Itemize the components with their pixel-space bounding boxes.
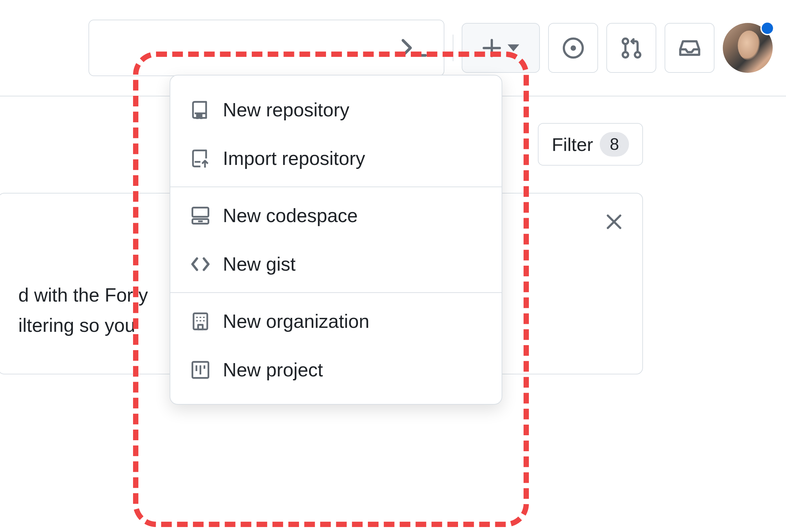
codespaces-icon: [190, 205, 210, 225]
repo-icon: [190, 100, 210, 120]
svg-point-4: [571, 45, 576, 51]
toolbar-divider: [453, 34, 454, 61]
menu-item-new-project[interactable]: New project: [170, 345, 502, 394]
chevron-down-icon: [508, 44, 519, 51]
notification-dot: [760, 21, 775, 35]
notifications-button[interactable]: [665, 23, 715, 73]
menu-item-new-repository[interactable]: New repository: [170, 86, 502, 134]
svg-point-6: [623, 52, 628, 57]
menu-divider: [170, 292, 502, 293]
menu-item-new-organization[interactable]: New organization: [170, 297, 502, 345]
menu-item-label: New codespace: [223, 204, 358, 226]
search-input-container[interactable]: [89, 20, 444, 76]
create-new-button[interactable]: [462, 23, 540, 73]
repo-push-icon: [190, 148, 210, 168]
menu-item-label: Import repository: [223, 147, 365, 169]
command-palette-icon: [400, 36, 431, 59]
inbox-icon: [679, 37, 700, 59]
menu-item-new-gist[interactable]: New gist: [170, 240, 502, 288]
issues-button[interactable]: [548, 23, 598, 73]
svg-point-7: [635, 52, 640, 57]
menu-item-label: New project: [223, 359, 323, 381]
menu-item-label: New gist: [223, 253, 296, 275]
filter-label: Filter: [552, 134, 593, 155]
pull-requests-button[interactable]: [606, 23, 656, 73]
user-avatar-wrapper: [723, 23, 773, 73]
pull-request-icon: [621, 37, 642, 59]
menu-divider: [170, 187, 502, 187]
menu-item-import-repository[interactable]: Import repository: [170, 134, 502, 183]
plus-icon: [483, 39, 501, 57]
filter-count-badge: 8: [600, 132, 629, 156]
project-icon: [190, 360, 210, 380]
svg-rect-22: [198, 324, 203, 329]
menu-item-new-codespace[interactable]: New codespace: [170, 191, 502, 240]
menu-item-label: New organization: [223, 310, 369, 332]
code-icon: [190, 254, 210, 274]
organization-icon: [190, 311, 210, 331]
svg-rect-12: [192, 208, 208, 217]
issue-icon: [562, 37, 584, 59]
create-new-dropdown: New repository Import repository New cod…: [170, 75, 502, 405]
menu-item-label: New repository: [223, 99, 349, 121]
filter-button[interactable]: Filter 8: [538, 123, 643, 166]
svg-point-5: [623, 39, 628, 44]
close-icon[interactable]: [606, 214, 622, 230]
